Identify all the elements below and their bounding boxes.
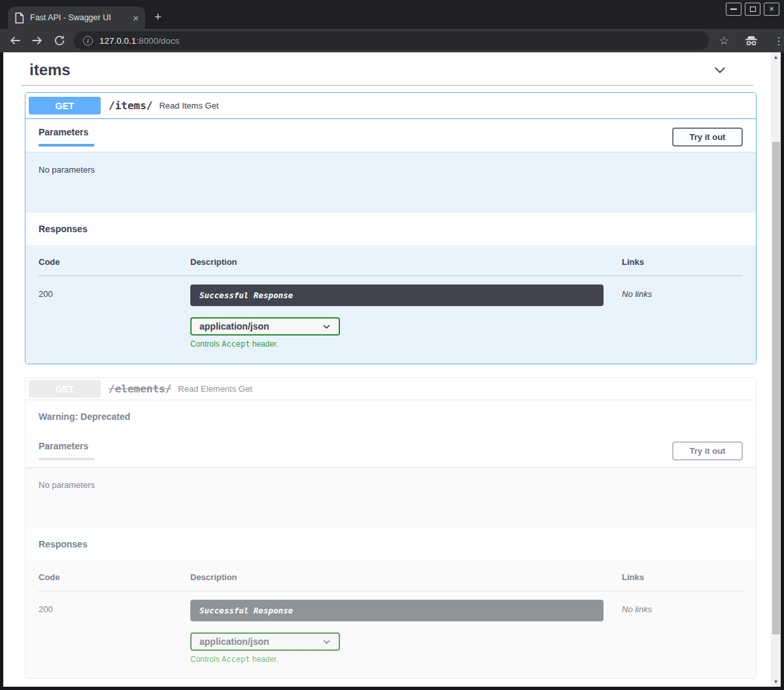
media-type-select[interactable]: application/json bbox=[190, 632, 340, 651]
tab-title: Fast API - Swagger UI bbox=[30, 13, 127, 22]
response-description-cell: Successful Response application/json Con… bbox=[190, 285, 622, 349]
responses-body: Code Description Links 200 Successful Re… bbox=[26, 245, 756, 364]
reload-icon[interactable] bbox=[53, 34, 66, 47]
close-window-icon[interactable]: × bbox=[764, 3, 779, 16]
url-text: 127.0.0.1:8000/docs bbox=[99, 36, 179, 46]
endpoint-path: /items/ bbox=[109, 99, 152, 112]
url-host: 127.0.0.1 bbox=[99, 36, 136, 46]
opblock-summary[interactable]: GET /items/ Read Items Get bbox=[26, 93, 756, 119]
method-badge: GET bbox=[29, 97, 101, 114]
collapse-chevron-icon[interactable] bbox=[713, 63, 727, 77]
opblock-summary[interactable]: GET /elements/ Read Elements Get bbox=[26, 378, 756, 400]
endpoint-path: /elements/ bbox=[109, 383, 171, 395]
media-type-value: application/json bbox=[199, 636, 269, 647]
section-divider bbox=[22, 85, 753, 86]
forward-icon[interactable] bbox=[31, 34, 44, 47]
deprecated-warning: Warning: Deprecated bbox=[39, 411, 130, 422]
tag-section-header-items[interactable]: items bbox=[22, 58, 753, 82]
scroll-down-icon[interactable]: ▼ bbox=[771, 677, 781, 687]
tab-parameters[interactable]: Parameters bbox=[39, 127, 94, 147]
column-links: Links bbox=[622, 572, 743, 591]
incognito-icon bbox=[744, 35, 758, 46]
status-code: 200 bbox=[39, 600, 190, 664]
response-description: Successful Response bbox=[190, 600, 604, 621]
section-title: items bbox=[29, 61, 71, 79]
browser-toolbar: i 127.0.0.1:8000/docs ☆ ⋮ bbox=[0, 29, 784, 52]
try-it-out-button[interactable]: Try it out bbox=[672, 441, 743, 460]
window-controls: × bbox=[726, 3, 779, 16]
responses-table-header: Code Description Links bbox=[39, 257, 743, 276]
accept-code: Accept bbox=[222, 339, 250, 349]
parameters-label: Parameters bbox=[39, 127, 94, 137]
parameters-header: Parameters Try it out bbox=[26, 433, 756, 467]
parameters-header: Parameters Try it out bbox=[26, 119, 756, 152]
response-description-cell: Successful Response application/json Con… bbox=[190, 600, 622, 664]
responses-header: Responses bbox=[26, 213, 756, 245]
new-tab-icon[interactable]: + bbox=[154, 10, 162, 23]
media-type-select[interactable]: application/json bbox=[190, 317, 340, 336]
url-bar[interactable]: i 127.0.0.1:8000/docs bbox=[74, 31, 709, 50]
maximize-icon[interactable] bbox=[745, 3, 760, 16]
deprecated-warning-row: Warning: Deprecated bbox=[26, 400, 756, 433]
tab-strip: Fast API - Swagger UI × + × bbox=[0, 0, 784, 29]
responses-label: Responses bbox=[39, 224, 88, 234]
parameters-body: No parameters bbox=[26, 467, 756, 528]
parameters-body: No parameters bbox=[26, 152, 756, 213]
status-code: 200 bbox=[39, 285, 190, 349]
page-favicon-document-icon bbox=[14, 12, 24, 24]
page-content: items GET /items/ Read Items Get Paramet… bbox=[3, 52, 771, 687]
column-description: Description bbox=[190, 257, 622, 276]
column-links: Links bbox=[622, 257, 743, 276]
parameters-label: Parameters bbox=[39, 441, 94, 451]
response-description: Successful Response bbox=[190, 285, 604, 306]
back-icon[interactable] bbox=[9, 34, 22, 47]
endpoint-summary: Read Elements Get bbox=[178, 384, 252, 394]
endpoint-summary: Read Items Get bbox=[159, 101, 218, 111]
tab-close-icon[interactable]: × bbox=[133, 13, 139, 23]
scrollbar-thumb[interactable] bbox=[772, 142, 780, 634]
response-row: 200 Successful Response application/json… bbox=[39, 285, 743, 349]
vertical-scrollbar[interactable]: ▲ ▼ bbox=[771, 52, 781, 687]
responses-body: Code Description Links 200 Successful Re… bbox=[26, 561, 756, 678]
browser-tab[interactable]: Fast API - Swagger UI × bbox=[8, 7, 145, 29]
column-code: Code bbox=[39, 257, 190, 276]
site-info-icon[interactable]: i bbox=[83, 36, 93, 46]
responses-table-header: Code Description Links bbox=[39, 572, 743, 591]
scroll-up-icon[interactable]: ▲ bbox=[771, 52, 781, 62]
column-code: Code bbox=[39, 572, 190, 591]
column-description: Description bbox=[190, 572, 622, 591]
browser-window: Fast API - Swagger UI × + × i 127.0.0.1:… bbox=[0, 0, 784, 690]
controls-accept-note: Controls Accept header. bbox=[190, 339, 622, 349]
minimize-icon[interactable] bbox=[726, 3, 741, 16]
responses-label: Responses bbox=[39, 539, 88, 549]
menu-kebab-icon[interactable]: ⋮ bbox=[774, 35, 784, 47]
tab-parameters[interactable]: Parameters bbox=[39, 441, 94, 460]
chevron-down-icon bbox=[322, 322, 331, 331]
no-links-text: No links bbox=[622, 600, 743, 664]
no-links-text: No links bbox=[622, 285, 743, 349]
controls-accept-note: Controls Accept header. bbox=[190, 655, 622, 664]
response-row: 200 Successful Response application/json… bbox=[39, 600, 743, 664]
chevron-down-icon bbox=[322, 638, 331, 646]
responses-header: Responses bbox=[26, 528, 756, 561]
method-badge: GET bbox=[29, 380, 101, 398]
accept-code: Accept bbox=[222, 655, 250, 664]
media-type-value: application/json bbox=[199, 321, 269, 332]
opblock-get-items: GET /items/ Read Items Get Parameters Tr… bbox=[25, 92, 757, 364]
no-parameters-text: No parameters bbox=[39, 165, 95, 175]
no-parameters-text: No parameters bbox=[39, 480, 95, 490]
try-it-out-button[interactable]: Try it out bbox=[672, 128, 743, 147]
opblock-get-elements-deprecated: GET /elements/ Read Elements Get Warning… bbox=[25, 377, 757, 679]
bookmark-star-icon[interactable]: ☆ bbox=[719, 34, 729, 48]
url-path: :8000/docs bbox=[136, 36, 179, 46]
